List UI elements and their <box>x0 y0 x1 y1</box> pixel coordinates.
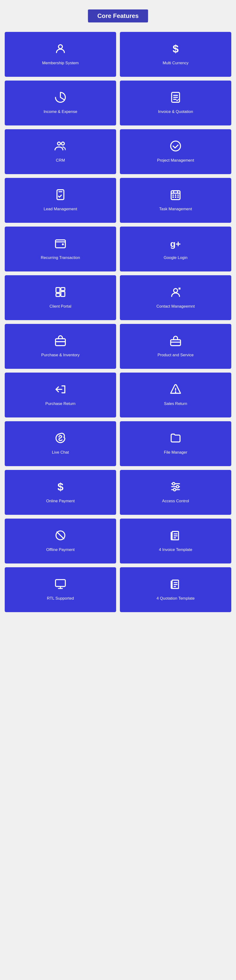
crm-label: CRM <box>56 158 65 163</box>
crm-icon <box>54 140 67 154</box>
live-chat-label: Live Chat <box>52 450 69 455</box>
online-payment-icon: $ <box>54 481 67 494</box>
svg-point-6 <box>58 142 61 145</box>
purchase-inventory-icon <box>54 335 67 348</box>
income-expense-icon <box>54 91 67 105</box>
svg-point-0 <box>59 45 63 49</box>
feature-card-live-chat[interactable]: Live Chat <box>5 421 116 466</box>
feature-card-online-payment[interactable]: $Online Payment <box>5 470 116 515</box>
feature-card-rtl-supported[interactable]: RTL Supported <box>5 567 116 612</box>
feature-card-task-management[interactable]: Task Management <box>120 178 231 223</box>
feature-card-lead-management[interactable]: Lead Management <box>5 178 116 223</box>
invoice-quotation-icon <box>169 91 182 105</box>
recurring-transaction-label: Recurring Transaction <box>41 255 80 260</box>
feature-card-membership-system[interactable]: Membership System <box>5 32 116 77</box>
svg-text:$: $ <box>58 481 64 493</box>
google-login-label: Google Login <box>163 255 187 260</box>
svg-text:g+: g+ <box>170 239 181 249</box>
feature-card-offline-payment[interactable]: Offline Payment <box>5 519 116 563</box>
features-grid: Membership System$Multi CurrencyIncome &… <box>5 32 231 612</box>
lead-management-label: Lead Management <box>44 207 77 212</box>
google-login-icon: g+ <box>169 237 182 251</box>
feature-card-google-login[interactable]: g+Google Login <box>120 227 231 272</box>
file-manager-icon <box>169 432 182 445</box>
offline-payment-label: Offline Payment <box>46 547 75 552</box>
access-control-label: Access Control <box>162 498 189 504</box>
svg-rect-27 <box>61 291 65 296</box>
sales-return-label: Sales Return <box>164 401 187 406</box>
feature-card-crm[interactable]: CRM <box>5 129 116 174</box>
rtl-supported-label: RTL Supported <box>47 596 74 601</box>
svg-rect-33 <box>171 340 181 346</box>
feature-card-purchase-return[interactable]: Purchase Return <box>5 372 116 417</box>
feature-card-product-service[interactable]: Product and Service <box>120 324 231 369</box>
svg-rect-26 <box>61 288 65 291</box>
sales-return-icon <box>169 383 182 397</box>
svg-point-47 <box>173 488 176 491</box>
membership-system-icon <box>54 43 67 56</box>
multi-currency-label: Multi Currency <box>163 60 188 66</box>
project-management-icon <box>169 140 182 154</box>
product-service-icon <box>169 335 182 348</box>
feature-card-purchase-inventory[interactable]: Purchase & Inventory <box>5 324 116 369</box>
feature-card-recurring-transaction[interactable]: Recurring Transaction <box>5 227 116 272</box>
purchase-return-icon <box>54 383 67 397</box>
contact-management-icon <box>169 286 182 299</box>
feature-card-project-management[interactable]: Project Management <box>120 129 231 174</box>
task-management-icon <box>169 189 182 202</box>
svg-point-46 <box>176 485 179 488</box>
online-payment-label: Online Payment <box>46 498 75 504</box>
svg-point-45 <box>172 483 175 485</box>
svg-point-28 <box>174 289 178 293</box>
svg-point-7 <box>61 142 65 145</box>
file-manager-label: File Manager <box>164 450 187 455</box>
feature-card-income-expense[interactable]: Income & Expense <box>5 81 116 126</box>
client-portal-icon <box>54 286 67 299</box>
rtl-supported-icon <box>54 578 67 592</box>
svg-text:$: $ <box>173 43 179 54</box>
product-service-label: Product and Service <box>157 353 193 358</box>
quotation-template-icon <box>169 578 182 592</box>
feature-card-contact-management[interactable]: Contact Manageemnt <box>120 275 231 320</box>
svg-line-30 <box>179 288 180 289</box>
invoice-template-icon <box>169 530 182 543</box>
feature-card-file-manager[interactable]: File Manager <box>120 421 231 466</box>
feature-card-sales-return[interactable]: Sales Return <box>120 372 231 417</box>
feature-card-quotation-template[interactable]: 4 Quotation Template <box>120 567 231 612</box>
svg-rect-24 <box>56 288 60 293</box>
svg-point-22 <box>62 244 63 245</box>
live-chat-icon <box>54 432 67 445</box>
project-management-label: Project Management <box>157 158 194 163</box>
invoice-template-label: 4 Invoice Template <box>159 547 192 552</box>
contact-management-label: Contact Manageemnt <box>157 304 195 309</box>
feature-card-access-control[interactable]: Access Control <box>120 470 231 515</box>
access-control-icon <box>169 481 182 494</box>
quotation-template-label: 4 Quotation Template <box>157 596 195 601</box>
svg-rect-54 <box>55 580 65 587</box>
lead-management-icon <box>54 189 67 202</box>
feature-card-invoice-template[interactable]: 4 Invoice Template <box>120 519 231 563</box>
client-portal-label: Client Portal <box>49 304 71 309</box>
multi-currency-icon: $ <box>169 43 182 56</box>
svg-point-8 <box>171 141 181 151</box>
offline-payment-icon <box>54 530 67 543</box>
feature-card-client-portal[interactable]: Client Portal <box>5 275 116 320</box>
purchase-return-label: Purchase Return <box>45 401 76 406</box>
recurring-transaction-icon <box>54 237 67 251</box>
income-expense-label: Income & Expense <box>44 109 78 115</box>
feature-card-invoice-quotation[interactable]: Invoice & Quotation <box>120 81 231 126</box>
header-title: Core Features <box>88 10 148 22</box>
membership-system-label: Membership System <box>42 60 79 66</box>
svg-line-49 <box>57 532 64 539</box>
invoice-quotation-label: Invoice & Quotation <box>158 109 193 115</box>
feature-card-multi-currency[interactable]: $Multi Currency <box>120 32 231 77</box>
purchase-inventory-label: Purchase & Inventory <box>41 353 80 358</box>
task-management-label: Task Management <box>159 207 192 212</box>
svg-rect-25 <box>56 294 60 297</box>
svg-rect-21 <box>55 240 65 248</box>
